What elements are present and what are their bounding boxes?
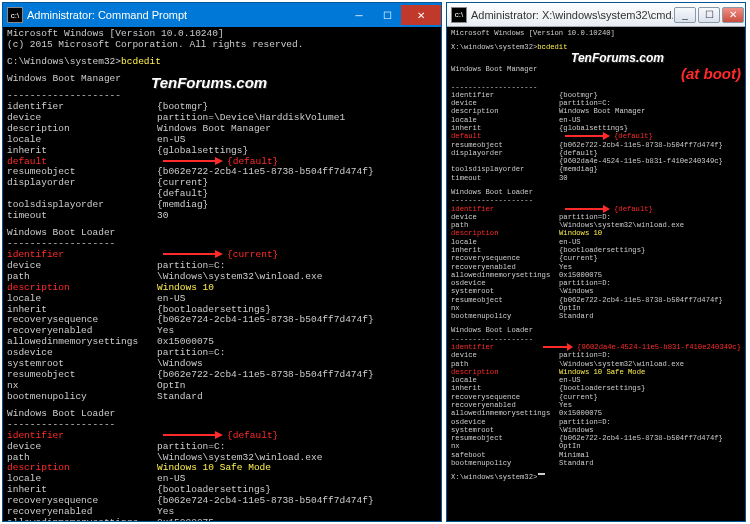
close-button[interactable]: ✕ bbox=[401, 5, 441, 25]
svg-marker-5 bbox=[215, 431, 223, 439]
section-header: Windows Boot Manager bbox=[7, 74, 121, 91]
arrow-icon bbox=[565, 205, 610, 213]
close-button[interactable]: ✕ bbox=[722, 7, 744, 23]
watermark: TenForums.com bbox=[151, 74, 267, 91]
section-header: Windows Boot Loader bbox=[451, 188, 741, 196]
titlebar[interactable]: c:\ Administrator: Command Prompt ─ ☐ ✕ bbox=[3, 3, 441, 27]
prompt: C:\Windows\system32> bbox=[7, 57, 121, 68]
banner-line: (c) 2015 Microsoft Corporation. All righ… bbox=[7, 40, 437, 51]
cmd-icon: c:\ bbox=[7, 7, 23, 23]
maximize-button[interactable]: ☐ bbox=[698, 7, 720, 23]
cmd-window-right: c:\ Administrator: X:\windows\system32\c… bbox=[446, 2, 746, 522]
section-header: Windows Boot Loader bbox=[451, 326, 741, 334]
terminal-output[interactable]: Microsoft Windows [Version 10.0.10240] X… bbox=[447, 27, 745, 521]
cmd-icon: c:\ bbox=[451, 7, 467, 23]
terminal-output[interactable]: Microsoft Windows [Version 10.0.10240] (… bbox=[3, 27, 441, 521]
minimize-button[interactable]: _ bbox=[674, 7, 696, 23]
cursor bbox=[538, 473, 545, 475]
titlebar[interactable]: c:\ Administrator: X:\windows\system32\c… bbox=[447, 3, 745, 27]
section-header: Windows Boot Manager bbox=[451, 65, 537, 82]
at-boot-label: (at boot) bbox=[681, 65, 741, 82]
command: bcdedit bbox=[121, 57, 161, 68]
arrow-icon bbox=[163, 431, 223, 442]
watermark: TenForums.com bbox=[571, 52, 664, 66]
maximize-button[interactable]: ☐ bbox=[373, 5, 401, 25]
command: bcdedit bbox=[537, 43, 567, 51]
svg-marker-11 bbox=[567, 343, 573, 351]
svg-marker-9 bbox=[603, 205, 610, 213]
svg-marker-1 bbox=[215, 157, 223, 165]
window-title: Administrator: X:\windows\system32\cmd.e… bbox=[471, 9, 673, 21]
cmd-window-left: c:\ Administrator: Command Prompt ─ ☐ ✕ … bbox=[2, 2, 442, 522]
banner-line: Microsoft Windows [Version 10.0.10240] bbox=[451, 29, 741, 37]
prompt: X:\windows\system32> bbox=[451, 473, 537, 481]
arrow-icon bbox=[543, 343, 573, 351]
window-title: Administrator: Command Prompt bbox=[27, 9, 345, 21]
dash-line: -------------------- bbox=[7, 91, 437, 102]
svg-marker-3 bbox=[215, 250, 223, 258]
prompt: X:\windows\system32> bbox=[451, 43, 537, 51]
arrow-icon bbox=[565, 132, 610, 140]
minimize-button[interactable]: ─ bbox=[345, 5, 373, 25]
svg-marker-7 bbox=[603, 132, 610, 140]
